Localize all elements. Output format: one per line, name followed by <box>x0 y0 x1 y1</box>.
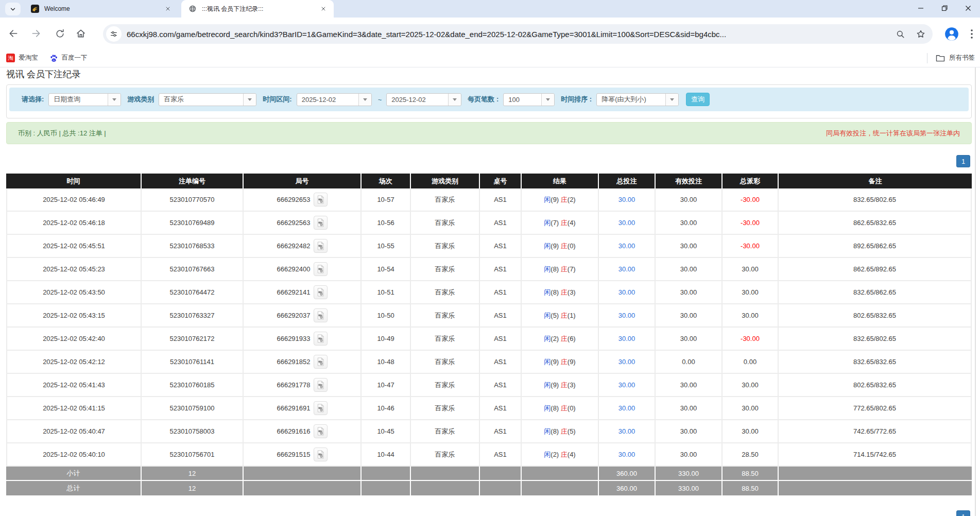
video-replay-button[interactable] <box>314 424 328 438</box>
video-replay-button[interactable] <box>314 262 328 276</box>
total-bet-link[interactable]: 30.00 <box>618 196 635 203</box>
tab-bet-record[interactable]: :::视讯 会员下注纪录::: <box>181 0 334 18</box>
profile-avatar[interactable] <box>944 27 959 41</box>
game-type-select[interactable]: 百家乐 <box>159 93 256 106</box>
date-range-tilde: ~ <box>378 96 382 104</box>
bet-records-table: 时间注单编号局号场次游戏类别桌号结果总投注有效投注总派彩备注 2025-12-0… <box>6 174 972 495</box>
select-caret <box>665 94 678 106</box>
table-row: 2025-12-02 05:46:49523010770570666292653… <box>6 188 972 212</box>
tab-search-chevron[interactable] <box>5 3 21 15</box>
session-cell: 10-57 <box>362 188 411 212</box>
home-button[interactable] <box>74 26 88 41</box>
video-replay-button[interactable] <box>314 239 328 253</box>
globe-favicon <box>188 5 197 13</box>
table-number-cell: AS1 <box>480 420 522 443</box>
game-type-cell: 百家乐 <box>411 351 480 374</box>
date-start-select[interactable]: 2025-12-02 <box>297 93 372 106</box>
video-replay-button[interactable] <box>314 332 328 346</box>
video-replay-button[interactable] <box>314 378 328 392</box>
session-cell: 10-47 <box>362 374 411 397</box>
game-type-cell: 百家乐 <box>411 281 480 304</box>
query-type-select[interactable]: 日期查询 <box>48 93 121 106</box>
date-end-select[interactable]: 2025-12-02 <box>386 93 461 106</box>
result-cell: 闲(2) 庄(6) <box>522 328 599 351</box>
note-cell: 832.65/802.65 <box>779 188 972 212</box>
video-record-icon <box>316 195 325 204</box>
banker-result: 庄 <box>561 381 568 389</box>
session-cell: 10-50 <box>362 304 411 328</box>
browser-menu-button[interactable] <box>967 27 976 41</box>
note-cell: 802.65/832.65 <box>779 304 972 328</box>
total-bet-link[interactable]: 30.00 <box>618 288 635 296</box>
payout-cell: 30.00 <box>723 420 779 443</box>
table-row: 2025-12-02 05:45:51523010768533666292482… <box>6 235 972 258</box>
address-bar[interactable]: 66cxkj98.com/game/betrecord_search/kind3… <box>103 24 933 44</box>
bet-time-cell: 2025-12-02 05:43:15 <box>6 304 142 328</box>
total-bet-link[interactable]: 30.00 <box>618 358 635 366</box>
valid-bet-cell: 30.00 <box>656 420 723 443</box>
bookmark-star-button[interactable] <box>914 27 927 41</box>
bookmark-baidu[interactable]: du 百度一下 <box>49 54 88 62</box>
round-number: 666291616 <box>277 427 310 435</box>
note-cell: 862.65/832.65 <box>779 212 972 235</box>
grand-total-row: 总计12360.00330.0088.50 <box>6 481 972 495</box>
round-cell: 666291778 <box>244 374 362 397</box>
filter-panel: 请选择: 日期查询 游戏类别 百家乐 时间区间: 2025-12-02 ~ 20… <box>6 84 972 118</box>
banker-result: 庄 <box>561 427 568 435</box>
forward-button[interactable] <box>29 26 43 41</box>
site-info-chip[interactable] <box>106 26 122 42</box>
total-bet-link[interactable]: 30.00 <box>618 312 635 319</box>
totals-total-bet-cell: 360.00 <box>599 467 656 481</box>
result-cell: 闲(8) 庄(7) <box>522 258 599 281</box>
reload-button[interactable] <box>53 26 67 41</box>
bookmarks-divider <box>927 53 927 63</box>
total-bet-link[interactable]: 30.00 <box>618 265 635 273</box>
window-controls <box>909 0 980 16</box>
video-replay-button[interactable] <box>314 355 328 369</box>
zoom-button[interactable] <box>893 27 907 41</box>
back-button[interactable] <box>6 26 21 41</box>
window-minimize-button[interactable] <box>909 0 933 16</box>
video-record-icon <box>316 403 325 413</box>
page-1-button[interactable]: 1 <box>956 155 970 167</box>
page-1-button[interactable]: 1 <box>956 510 970 516</box>
note-cell: 772.65/802.65 <box>779 397 972 420</box>
total-bet-link[interactable]: 30.00 <box>618 404 635 412</box>
window-restore-button[interactable] <box>933 0 956 16</box>
video-record-icon <box>316 334 325 343</box>
total-bet-link[interactable]: 30.00 <box>618 427 635 435</box>
video-replay-button[interactable] <box>314 285 328 299</box>
video-replay-button[interactable] <box>314 448 328 461</box>
page-size-select[interactable]: 100 <box>503 93 555 106</box>
banker-result: 庄 <box>561 265 568 273</box>
tab-title: :::视讯 会员下注纪录::: <box>202 5 319 13</box>
tab-close-button[interactable] <box>164 5 172 13</box>
bookmark-taobao[interactable]: 淘 爱淘宝 <box>6 54 38 62</box>
game-type-cell: 百家乐 <box>411 328 480 351</box>
total-bet-link[interactable]: 30.00 <box>618 451 635 458</box>
sort-select[interactable]: 降幂(由大到小) <box>596 93 679 106</box>
page-right-scrollbar[interactable] <box>975 67 976 516</box>
page-title: 视讯 会员下注纪录 <box>6 68 81 80</box>
tab-welcome[interactable]: Welcome <box>24 0 178 18</box>
video-replay-button[interactable] <box>314 308 328 322</box>
video-replay-button[interactable] <box>314 193 328 207</box>
player-result: 闲 <box>544 404 551 412</box>
game-type-cell: 百家乐 <box>411 420 480 443</box>
video-replay-button[interactable] <box>314 401 328 415</box>
valid-bet-cell: 30.00 <box>656 443 723 467</box>
video-replay-button[interactable] <box>314 216 328 230</box>
total-bet-link[interactable]: 30.00 <box>618 335 635 342</box>
total-bet-link[interactable]: 30.00 <box>618 381 635 389</box>
totals-empty-cell <box>480 467 522 481</box>
total-bet-link[interactable]: 30.00 <box>618 242 635 250</box>
column-header: 备注 <box>779 174 972 188</box>
window-close-button[interactable] <box>956 0 980 16</box>
select-caret <box>448 94 461 106</box>
search-button[interactable]: 查询 <box>686 93 710 106</box>
all-bookmarks-button[interactable]: 所有书签 <box>927 53 975 63</box>
page-size-value: 100 <box>504 96 541 104</box>
total-bet-link[interactable]: 30.00 <box>618 219 635 227</box>
tab-close-button[interactable] <box>319 5 328 13</box>
pagination-bottom: 1 <box>956 510 970 516</box>
